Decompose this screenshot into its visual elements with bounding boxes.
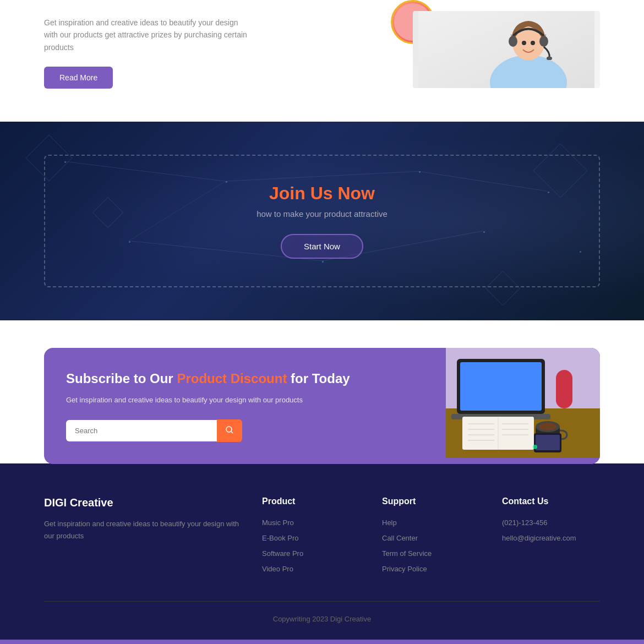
email-link[interactable]: hello@digicreative.com [502, 534, 576, 542]
footer-support-column: Support Help Call Center Term of Service… [382, 496, 480, 579]
product-heading: Product [262, 496, 360, 506]
term-of-service-link[interactable]: Term of Service [382, 549, 432, 558]
privacy-police-link[interactable]: Privacy Police [382, 565, 427, 573]
list-item: Software Pro [262, 548, 360, 558]
svg-point-6 [539, 36, 548, 47]
footer-section: DIGI Creative Get inspiration and creati… [0, 463, 644, 640]
read-more-button[interactable]: Read More [44, 67, 113, 89]
svg-rect-21 [460, 362, 542, 411]
join-title: Join Us Now [67, 183, 577, 204]
page-wrapper: Get inspiration and creative ideas to be… [0, 0, 644, 640]
ebook-pro-link[interactable]: E-Book Pro [262, 534, 298, 542]
brand-name: DIGI Creative [44, 496, 240, 509]
list-item: Music Pro [262, 517, 360, 527]
customer-image [413, 11, 600, 88]
contact-heading: Contact Us [502, 496, 600, 506]
subscribe-image-area [446, 348, 600, 464]
footer-divider [44, 601, 600, 602]
call-center-link[interactable]: Call Center [382, 534, 418, 542]
phone-link[interactable]: (021)-123-456 [502, 519, 547, 527]
brand-description: Get inspiration and creative ideas to be… [44, 518, 240, 542]
contact-info-list: (021)-123-456 hello@digicreative.com [502, 517, 600, 543]
footer-product-column: Product Music Pro E-Book Pro Software Pr… [262, 496, 360, 579]
top-section: Get inspiration and creative ideas to be… [0, 0, 644, 122]
svg-point-8 [522, 41, 526, 45]
svg-point-9 [531, 41, 535, 45]
svg-rect-23 [556, 370, 572, 408]
svg-rect-38 [536, 435, 560, 450]
svg-line-17 [231, 432, 233, 433]
list-item: Privacy Police [382, 564, 480, 574]
subscribe-outer: Subscribe to Our Product Discount for To… [0, 320, 644, 640]
list-item: Call Center [382, 533, 480, 543]
software-pro-link[interactable]: Software Pro [262, 549, 303, 558]
join-dashed-box: Join Us Now how to make your product att… [44, 155, 600, 287]
list-item: Term of Service [382, 548, 480, 558]
search-bar [66, 419, 242, 442]
top-description: Get inspiration and creative ideas to be… [44, 17, 253, 53]
join-section: Join Us Now how to make your product att… [0, 122, 644, 320]
list-item: Help [382, 517, 480, 527]
search-button[interactable] [217, 419, 242, 442]
list-item: E-Book Pro [262, 533, 360, 543]
product-image-svg [446, 348, 600, 458]
svg-point-39 [533, 445, 537, 449]
list-item: hello@digicreative.com [502, 533, 600, 543]
top-right-content [325, 11, 600, 88]
list-item: Video Pro [262, 564, 360, 574]
subscribe-description: Get inspiration and creative ideas to be… [66, 395, 424, 406]
svg-point-16 [226, 427, 232, 432]
search-icon [226, 426, 233, 434]
svg-point-5 [509, 36, 517, 47]
join-subtitle: how to make your product attractive [67, 209, 577, 219]
footer-contact-column: Contact Us (021)-123-456 hello@digicreat… [502, 496, 600, 579]
footer-copyright: Copywriting 2023 Digi Creative [44, 615, 600, 623]
help-link[interactable]: Help [382, 519, 397, 527]
footer-brand-column: DIGI Creative Get inspiration and creati… [44, 496, 240, 579]
subscribe-card: Subscribe to Our Product Discount for To… [44, 348, 600, 464]
search-input[interactable] [66, 420, 217, 441]
video-pro-link[interactable]: Video Pro [262, 565, 293, 573]
list-item: (021)-123-456 [502, 517, 600, 527]
footer-grid: DIGI Creative Get inspiration and creati… [44, 496, 600, 579]
support-heading: Support [382, 496, 480, 506]
subscribe-title: Subscribe to Our Product Discount for To… [66, 370, 424, 387]
svg-rect-7 [547, 57, 552, 60]
support-links-list: Help Call Center Term of Service Privacy… [382, 517, 480, 574]
product-links-list: Music Pro E-Book Pro Software Pro Video … [262, 517, 360, 574]
top-left-content: Get inspiration and creative ideas to be… [44, 11, 253, 89]
subscribe-left: Subscribe to Our Product Discount for To… [44, 348, 446, 464]
svg-point-27 [539, 423, 556, 430]
start-now-button[interactable]: Start Now [281, 234, 363, 259]
music-pro-link[interactable]: Music Pro [262, 519, 294, 527]
